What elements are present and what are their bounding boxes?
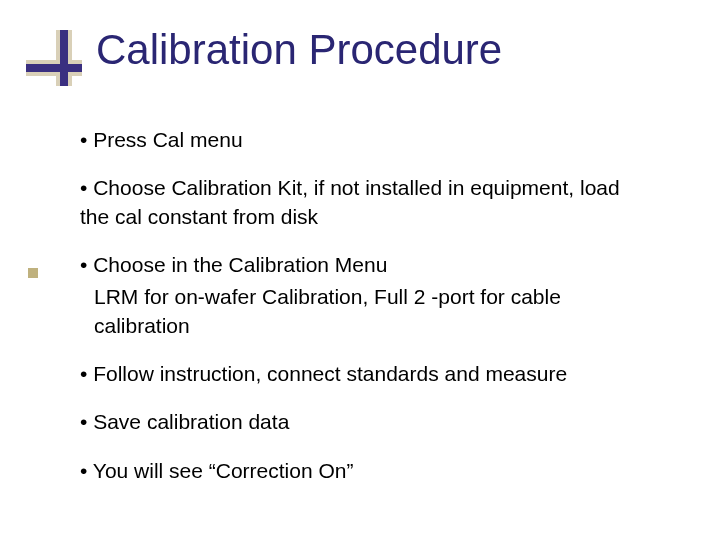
bullet-item: • Choose Calibration Kit, if not install… [80,174,650,231]
corner-bar-vertical-light [56,30,72,86]
bullet-item: • Save calibration data [80,408,650,436]
slide-title: Calibration Procedure [96,26,502,74]
bullet-sub-text: LRM for on-wafer Calibration, Full 2 -po… [94,283,650,340]
bullet-item: • You will see “Correction On” [80,457,650,485]
accent-square-icon [28,268,38,278]
bullet-item: • Press Cal menu [80,126,650,154]
slide-content: • Press Cal menu • Choose Calibration Ki… [80,126,650,505]
bullet-item: • Choose in the Calibration Menu [80,251,650,279]
corner-decoration [26,30,82,86]
bullet-item: • Follow instruction, connect standards … [80,360,650,388]
corner-bar-vertical-dark [60,30,68,86]
slide: Calibration Procedure • Press Cal menu •… [0,0,720,540]
corner-bar-horizontal-light [26,60,82,76]
corner-bar-horizontal-dark [26,64,82,72]
